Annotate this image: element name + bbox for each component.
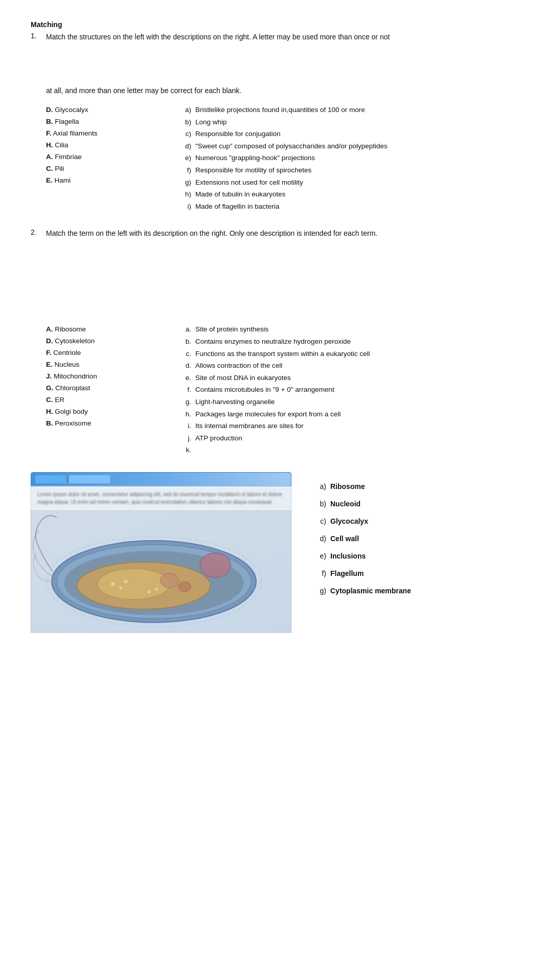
list-item: g.Light-harvesting organelle: [179, 396, 512, 408]
answer-item-c: c) Glycocalyx: [312, 517, 411, 525]
list-item: h.Packages large molecules for export fr…: [179, 409, 512, 420]
q2-columns: A. Ribosome D. Cytoskeleton F. Centriole…: [46, 324, 512, 457]
header-tab: [35, 475, 66, 483]
q2-text: Match the term on the left with its desc…: [46, 228, 377, 239]
list-item: A. Fimbriae: [46, 151, 148, 163]
list-item: e)Numerous "grappling-hook" projections: [179, 152, 512, 164]
q1-text: Match the structures on the left with th…: [46, 32, 390, 96]
list-item: H. Cilia: [46, 140, 148, 151]
svg-point-5: [98, 569, 169, 599]
answer-item-f: f) Flagellum: [312, 569, 411, 577]
list-item: e.Site of most DNA in eukaryotes: [179, 372, 512, 384]
answer-item-g: g) Cytoplasmic membrane: [312, 587, 411, 595]
blurred-text-area: Lorem ipsum dolor sit amet, consectetur …: [31, 486, 291, 510]
list-item: g)Extensions not used for cell motility: [179, 177, 512, 188]
list-item: i)Made of flagellin in bacteria: [179, 201, 512, 212]
list-item: E. Nucleus: [46, 359, 148, 371]
svg-point-12: [155, 588, 158, 591]
list-item: E. Hami: [46, 175, 148, 187]
list-item: H. Golgi body: [46, 406, 148, 418]
q2-num: 2.: [31, 228, 46, 236]
list-item: h)Made of tubulin in eukaryotes: [179, 189, 512, 200]
svg-point-11: [147, 590, 150, 593]
list-item: C. ER: [46, 394, 148, 406]
bacteria-illustration: [31, 510, 291, 633]
list-item: A. Ribosome: [46, 324, 148, 336]
answer-item-d: d) Cell wall: [312, 534, 411, 543]
list-item: c)Responsible for conjugation: [179, 128, 512, 140]
list-item: d.Allows contraction of the cell: [179, 360, 512, 371]
q1-columns: D. Glycocalyx B. Flagella F. Axial filam…: [46, 104, 512, 213]
list-item: B. Peroxisome: [46, 418, 148, 430]
image-section: Lorem ipsum dolor sit amet, consectetur …: [31, 472, 512, 633]
q1-right-col: a)Bristlelike projections found in,quant…: [179, 104, 512, 213]
list-item: C. Pili: [46, 163, 148, 175]
image-answers-col: a) Ribosome b) Nucleoid c) Glycocalyx d)…: [291, 472, 411, 633]
question-2-number: 2. Match the term on the left with its d…: [31, 228, 512, 239]
section-title: Matching: [31, 20, 512, 29]
q1-num: 1.: [31, 32, 46, 40]
answer-item-e: e) Inclusions: [312, 552, 411, 560]
list-item: j.ATP production: [179, 433, 512, 444]
list-item: k.: [179, 444, 512, 456]
list-item: F. Axial filaments: [46, 128, 148, 140]
list-item: a)Bristlelike projections found in,quant…: [179, 104, 512, 116]
question-1-number: 1. Match the structures on the left with…: [31, 32, 512, 96]
list-item: F. Centriole: [46, 347, 148, 359]
image-header-bar: [31, 472, 291, 486]
list-item: b)Long whip: [179, 117, 512, 128]
list-item: G. Chloroplast: [46, 383, 148, 394]
q1-left-col: D. Glycocalyx B. Flagella F. Axial filam…: [46, 104, 148, 213]
list-item: b.Contains enzymes to neutralize hydroge…: [179, 336, 512, 347]
bacteria-svg: [31, 510, 291, 633]
question-2-block: 2. Match the term on the left with its d…: [31, 228, 512, 457]
question-1-block: 1. Match the structures on the left with…: [31, 32, 512, 213]
svg-point-8: [111, 582, 115, 586]
header-tab2: [69, 475, 110, 483]
answer-item-b: b) Nucleoid: [312, 500, 411, 508]
question-3-block: Lorem ipsum dolor sit amet, consectetur …: [31, 472, 512, 633]
svg-point-13: [200, 553, 231, 577]
svg-point-7: [178, 582, 191, 592]
list-item: B. Flagella: [46, 116, 148, 128]
list-item: f)Responsible for motility of spirochete…: [179, 165, 512, 176]
answer-item-a: a) Ribosome: [312, 482, 411, 491]
svg-point-9: [119, 586, 122, 589]
list-item: i.Its internal membranes are sites for: [179, 420, 512, 432]
q2-left-col: A. Ribosome D. Cytoskeleton F. Centriole…: [46, 324, 148, 457]
list-item: D. Glycocalyx: [46, 104, 148, 116]
svg-point-6: [160, 573, 178, 588]
list-item: a.Site of protein synthesis: [179, 324, 512, 335]
list-item: J. Mitochondrion: [46, 371, 148, 383]
list-item: f.Contains microtubules in "9 + 0" arran…: [179, 384, 512, 395]
svg-point-10: [124, 580, 128, 583]
list-item: D. Cytoskeleton: [46, 336, 148, 347]
list-item: c.Functions as the transport system with…: [179, 348, 512, 360]
q2-right-col: a.Site of protein synthesis b.Contains e…: [179, 324, 512, 457]
list-item: d)"Sweet cup" composed of polysaccharide…: [179, 141, 512, 152]
